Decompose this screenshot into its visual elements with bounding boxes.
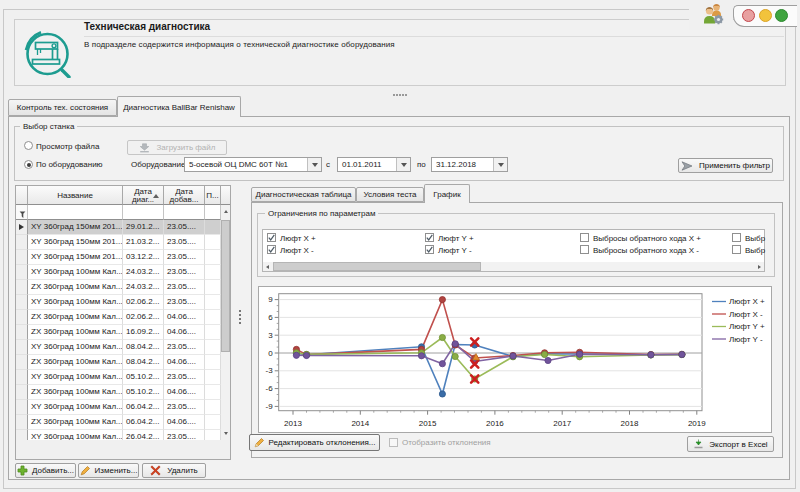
svg-text:2019: 2019 (688, 419, 706, 428)
svg-text:3: 3 (268, 331, 273, 340)
svg-text:2016: 2016 (486, 419, 504, 428)
svg-text:-3: -3 (266, 366, 274, 375)
svg-text:9: 9 (268, 295, 273, 304)
svg-text:Люфт X -: Люфт X - (729, 310, 763, 319)
svg-text:Люфт Y +: Люфт Y + (729, 322, 765, 331)
svg-text:-6: -6 (266, 384, 274, 393)
svg-text:Люфт Y -: Люфт Y - (729, 335, 763, 344)
svg-text:6: 6 (268, 313, 273, 322)
svg-text:2018: 2018 (621, 419, 639, 428)
svg-text:2014: 2014 (351, 419, 369, 428)
svg-text:Люфт X +: Люфт X + (729, 297, 765, 306)
svg-text:2013: 2013 (284, 419, 302, 428)
svg-text:-9: -9 (266, 402, 274, 411)
svg-text:2015: 2015 (419, 419, 437, 428)
svg-text:0: 0 (268, 349, 273, 358)
svg-text:2017: 2017 (553, 419, 571, 428)
